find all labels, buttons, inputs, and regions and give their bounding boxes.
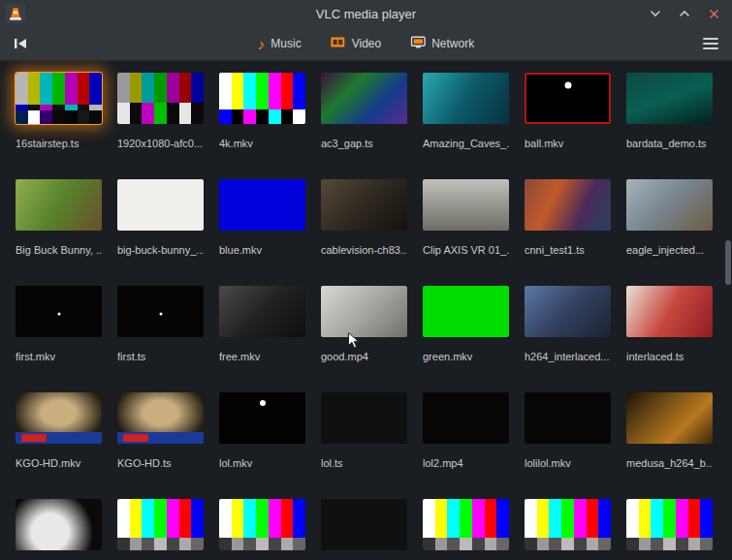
media-item[interactable]	[219, 499, 305, 560]
media-item[interactable]: lol2.mp4	[423, 392, 509, 469]
thumbnail[interactable]	[423, 179, 509, 231]
media-item[interactable]: big-buck-bunny_...	[117, 179, 204, 256]
media-item[interactable]	[117, 499, 204, 560]
thumbnail[interactable]	[117, 392, 204, 444]
tab-music[interactable]: ♪ Music	[258, 37, 302, 51]
media-item[interactable]: first.ts	[117, 286, 204, 362]
media-item-label: lolilol.mkv	[525, 457, 611, 469]
thumbnail[interactable]	[117, 179, 204, 231]
media-item[interactable]: KGO-HD.ts	[117, 392, 204, 469]
media-item-label: lol.ts	[321, 457, 407, 469]
thumbnail[interactable]	[423, 499, 509, 550]
scrollbar[interactable]	[725, 240, 731, 285]
media-item[interactable]: bardata_demo.ts	[626, 73, 713, 149]
media-item[interactable]	[321, 499, 407, 560]
media-item[interactable]: cablevision-ch83...	[321, 179, 407, 256]
thumbnail[interactable]	[525, 73, 611, 124]
thumbnail[interactable]	[626, 73, 713, 124]
thumbnail[interactable]	[321, 392, 407, 444]
media-item-label: bardata_demo.ts	[626, 138, 713, 149]
thumbnail[interactable]	[321, 499, 407, 550]
media-item-label: Amazing_Caves_...	[423, 138, 509, 149]
media-item-label: KGO-HD.mkv	[16, 457, 102, 469]
tab-network[interactable]: Network	[410, 36, 474, 51]
media-item[interactable]	[626, 499, 713, 560]
vlc-cone-icon	[6, 4, 25, 23]
thumbnail[interactable]	[626, 499, 713, 550]
media-item[interactable]: 16stairstep.ts	[16, 73, 102, 149]
media-item[interactable]: medusa_h264_b...	[626, 392, 713, 469]
media-item-label: ball.mkv	[525, 138, 611, 149]
thumbnail[interactable]	[16, 499, 102, 550]
thumbnail[interactable]	[423, 286, 509, 337]
thumbnail[interactable]	[117, 286, 204, 337]
media-item[interactable]: ball.mkv	[525, 73, 611, 149]
thumbnail[interactable]	[16, 179, 102, 231]
thumbnail[interactable]	[219, 179, 305, 231]
thumbnail[interactable]	[16, 392, 102, 444]
maximize-button[interactable]	[678, 7, 691, 20]
media-item[interactable]: 4k.mkv	[219, 73, 305, 149]
thumbnail[interactable]	[525, 179, 611, 231]
media-item[interactable]	[16, 499, 102, 560]
tab-video[interactable]: Video	[331, 36, 381, 51]
thumbnail[interactable]	[321, 286, 407, 337]
media-item-label: lol.mkv	[219, 457, 305, 469]
media-item[interactable]: ac3_gap.ts	[321, 73, 407, 149]
thumbnail[interactable]	[626, 286, 713, 337]
media-item[interactable]: Clip AXIS VR 01_...	[423, 179, 509, 256]
tab-music-label: Music	[271, 37, 301, 50]
media-item[interactable]: lol.mkv	[219, 392, 305, 469]
hamburger-menu-icon[interactable]	[703, 38, 718, 49]
thumbnail[interactable]	[321, 179, 407, 231]
media-item-label: cnni_test1.ts	[525, 244, 611, 256]
thumbnail[interactable]	[16, 286, 102, 337]
media-item[interactable]: Amazing_Caves_...	[423, 73, 509, 149]
media-item[interactable]: lol.ts	[321, 392, 407, 469]
media-item-label: medusa_h264_b...	[626, 457, 713, 469]
media-item[interactable]: good.mp4	[321, 286, 407, 362]
media-item[interactable]: interlaced.ts	[626, 286, 713, 362]
thumbnail[interactable]	[219, 392, 305, 444]
thumbnail[interactable]	[525, 286, 611, 337]
thumbnail[interactable]	[525, 499, 611, 550]
media-item-label: 1920x1080-afc0...	[117, 138, 204, 149]
media-item[interactable]: lolilol.mkv	[525, 392, 611, 469]
media-item[interactable]: first.mkv	[16, 286, 102, 362]
thumbnail[interactable]	[117, 73, 204, 124]
film-strip-icon	[331, 36, 346, 51]
thumbnail[interactable]	[321, 73, 407, 124]
media-item-label: first.mkv	[16, 351, 102, 362]
media-item[interactable]	[525, 499, 611, 560]
thumbnail[interactable]	[219, 73, 305, 124]
media-item-label: first.ts	[117, 351, 204, 362]
media-item[interactable]: KGO-HD.mkv	[16, 392, 102, 469]
media-item[interactable]: 1920x1080-afc0...	[117, 73, 204, 149]
close-button[interactable]	[707, 7, 720, 20]
media-item-label: h264_interlaced...	[525, 351, 611, 362]
media-item[interactable]: free.mkv	[219, 286, 305, 362]
thumbnail[interactable]	[117, 499, 204, 550]
media-item[interactable]: eagle_injected...	[626, 179, 713, 256]
thumbnail[interactable]	[219, 286, 305, 337]
media-item-label: lol2.mp4	[423, 457, 509, 469]
media-item[interactable]: Big Buck Bunny, ...	[16, 179, 102, 256]
thumbnail[interactable]	[626, 392, 713, 444]
thumbnail[interactable]	[423, 392, 509, 444]
thumbnail[interactable]	[525, 392, 611, 444]
thumbnail[interactable]	[423, 73, 509, 124]
minimize-button[interactable]	[649, 7, 662, 20]
media-item-label: blue.mkv	[219, 244, 305, 256]
thumbnail[interactable]	[626, 179, 713, 231]
thumbnail[interactable]	[219, 499, 305, 550]
titlebar[interactable]: VLC media player	[0, 0, 732, 27]
skip-previous-button[interactable]	[14, 38, 28, 49]
thumbnail[interactable]	[16, 73, 102, 124]
media-item[interactable]: cnni_test1.ts	[525, 179, 611, 256]
tab-video-label: Video	[352, 37, 381, 50]
media-item[interactable]: green.mkv	[423, 286, 509, 362]
media-item[interactable]	[423, 499, 509, 560]
media-item-label: ac3_gap.ts	[321, 138, 407, 149]
media-item[interactable]: h264_interlaced...	[525, 286, 611, 362]
media-item[interactable]: blue.mkv	[219, 179, 305, 256]
